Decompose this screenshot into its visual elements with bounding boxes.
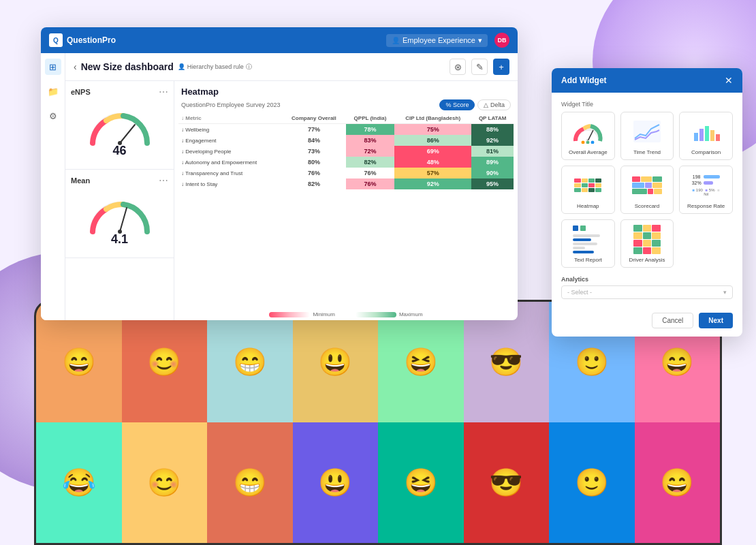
cell-wellbeing-india: 78% bbox=[346, 124, 394, 136]
heatmap-legend: Minimum Maximum bbox=[174, 309, 518, 320]
widget-label-heatmap: Heatmap bbox=[566, 203, 610, 209]
svg-point-8 bbox=[590, 140, 595, 144]
widget-label-scorecard: Scorecard bbox=[625, 203, 670, 209]
widget-title-label: Widget Title bbox=[561, 101, 733, 108]
cell-developing-cip: 69% bbox=[394, 146, 471, 157]
sidebar-item-settings[interactable]: ⚙ bbox=[45, 108, 61, 124]
cancel-button[interactable]: Cancel bbox=[652, 313, 693, 328]
widget-option-time-trend[interactable]: Time Trend bbox=[620, 112, 674, 160]
col-company: Company Overall bbox=[282, 113, 346, 124]
col-metric: ↓ Metric bbox=[178, 113, 282, 124]
widget-label-text-report: Text Report bbox=[566, 257, 610, 263]
cell-intent-india: 76% bbox=[346, 178, 394, 189]
hierarchy-badge: 👤 Hierarchy based rule ⓘ bbox=[178, 63, 252, 72]
cell-transparency-co: 76% bbox=[282, 168, 346, 178]
analytics-select[interactable]: - Select - ▾ bbox=[561, 285, 733, 299]
sidebar-item-folder[interactable]: 📁 bbox=[45, 83, 61, 99]
add-widget-button[interactable]: + bbox=[493, 59, 509, 75]
widget-option-scorecard[interactable]: Scorecard bbox=[620, 166, 674, 214]
analytics-section: Analytics - Select - ▾ bbox=[561, 276, 733, 299]
back-arrow[interactable]: ‹ bbox=[74, 61, 77, 72]
mean-menu[interactable]: ⋯ bbox=[159, 175, 168, 186]
metric-autonomy: ↓ Autonomy and Empowerment bbox=[178, 157, 282, 168]
table-row: ↓ Transparency and Trust 76% 76% 57% 90% bbox=[178, 168, 514, 178]
col-latam: QP LATAM bbox=[471, 113, 514, 124]
left-panel: eNPS ⋯ bbox=[65, 81, 174, 320]
enps-value: 46 bbox=[112, 144, 126, 158]
cell-autonomy-india: 82% bbox=[346, 157, 394, 168]
heatmap-table-wrap: ↓ Metric Company Overall QPPL (India) CI… bbox=[174, 113, 518, 309]
top-nav: Q QuestionPro 👤 Employee Experience ▾ DB bbox=[41, 27, 518, 53]
cell-wellbeing-cip: 75% bbox=[394, 124, 471, 136]
text-report-icon bbox=[566, 224, 610, 254]
cell-engagement-india: 83% bbox=[346, 135, 394, 146]
widget-option-comparison[interactable]: Comparison bbox=[679, 112, 733, 160]
widget-option-overall-average[interactable]: Overall Average bbox=[561, 112, 615, 160]
employee-experience-selector[interactable]: 👤 Employee Experience ▾ bbox=[386, 34, 488, 47]
cell-transparency-latam: 90% bbox=[471, 168, 514, 178]
cell-engagement-co: 84% bbox=[282, 135, 346, 146]
edit-button[interactable]: ✎ bbox=[471, 59, 488, 75]
cell-developing-co: 73% bbox=[282, 146, 346, 157]
modal-body: Widget Title bbox=[552, 93, 742, 307]
logo-icon: Q bbox=[49, 33, 63, 47]
list-item: 😊 bbox=[122, 422, 208, 543]
heatmap-toolbar: QuestionPro Employee Survey 2023 % Score… bbox=[174, 99, 518, 113]
widget-label-comparison: Comparison bbox=[684, 149, 728, 155]
legend-min: Minimum bbox=[269, 311, 334, 317]
svg-point-7 bbox=[586, 140, 590, 144]
widget-option-response-rate[interactable]: 198 32% ■ 190 ■ 5% ■ Nil bbox=[679, 166, 733, 214]
tab-delta[interactable]: △ Delta bbox=[477, 99, 511, 110]
next-button[interactable]: Next bbox=[699, 313, 733, 328]
svg-rect-12 bbox=[705, 126, 709, 141]
cell-autonomy-cip: 48% bbox=[394, 157, 471, 168]
metric-wellbeing: ↓ Wellbeing bbox=[178, 124, 282, 136]
survey-label: QuestionPro Employee Survey 2023 bbox=[181, 102, 281, 108]
cell-developing-india: 72% bbox=[346, 146, 394, 157]
mean-gauge-container: 4.1 bbox=[71, 189, 168, 252]
avatar[interactable]: DB bbox=[494, 33, 509, 48]
cell-engagement-latam: 92% bbox=[471, 135, 514, 146]
dropdown-arrow: ▾ bbox=[478, 36, 482, 45]
dashboard-wrapper: Q QuestionPro 👤 Employee Experience ▾ DB… bbox=[41, 27, 729, 409]
svg-rect-13 bbox=[710, 130, 714, 141]
widget-label-driver-analysis: Driver Analysis bbox=[625, 257, 670, 263]
analytics-dropdown-arrow: ▾ bbox=[723, 289, 727, 296]
enps-widget-header: eNPS ⋯ bbox=[71, 87, 168, 97]
cell-autonomy-co: 80% bbox=[282, 157, 346, 168]
list-item: 😂 bbox=[36, 422, 122, 543]
widget-option-text-report[interactable]: Text Report bbox=[561, 219, 615, 268]
cell-transparency-cip: 57% bbox=[394, 168, 471, 178]
filter-button[interactable]: ⊛ bbox=[450, 59, 466, 75]
list-item: 😎 bbox=[464, 422, 550, 543]
col-cip: CIP Ltd (Bangladesh) bbox=[394, 113, 471, 124]
main-content: ‹ New Size dashboard 👤 Hierarchy based r… bbox=[65, 53, 518, 320]
response-rate-icon: 198 32% ■ 190 ■ 5% ■ Nil bbox=[684, 170, 728, 200]
scorecard-icon bbox=[625, 170, 670, 200]
widget-option-heatmap[interactable]: Heatmap bbox=[561, 166, 615, 214]
sidebar-item-grid[interactable]: ⊞ bbox=[45, 59, 61, 75]
enps-gauge-container: 46 bbox=[71, 100, 168, 164]
col-qppl: QPPL (India) bbox=[346, 113, 394, 124]
tab-score[interactable]: % Score bbox=[439, 99, 475, 110]
table-row: ↓ Developing People 73% 72% 69% 81% bbox=[178, 146, 514, 157]
cell-autonomy-latam: 89% bbox=[471, 157, 514, 168]
mean-widget: Mean ⋯ bbox=[65, 170, 174, 258]
svg-line-5 bbox=[588, 130, 593, 141]
cell-transparency-india: 76% bbox=[346, 168, 394, 178]
widget-option-driver-analysis[interactable]: Driver Analysis bbox=[620, 219, 674, 268]
legend-max-gradient bbox=[356, 312, 396, 317]
close-icon[interactable]: ✕ bbox=[725, 75, 733, 86]
heatmap-tabs: % Score △ Delta bbox=[439, 99, 511, 110]
comparison-icon bbox=[684, 116, 728, 146]
sidebar-icons: ⊞ 📁 ⚙ bbox=[41, 53, 65, 320]
metric-engagement: ↓ Engagement bbox=[178, 135, 282, 146]
cell-wellbeing-co: 77% bbox=[282, 124, 346, 136]
panels-row: eNPS ⋯ bbox=[65, 81, 518, 320]
table-row: ↓ Engagement 84% 83% 86% 92% bbox=[178, 135, 514, 146]
add-widget-modal: Add Widget ✕ Widget Title bbox=[552, 68, 742, 337]
analytics-label: Analytics bbox=[561, 276, 733, 283]
enps-menu[interactable]: ⋯ bbox=[159, 87, 168, 97]
cell-intent-cip: 92% bbox=[394, 178, 471, 189]
enps-widget: eNPS ⋯ bbox=[65, 81, 174, 170]
